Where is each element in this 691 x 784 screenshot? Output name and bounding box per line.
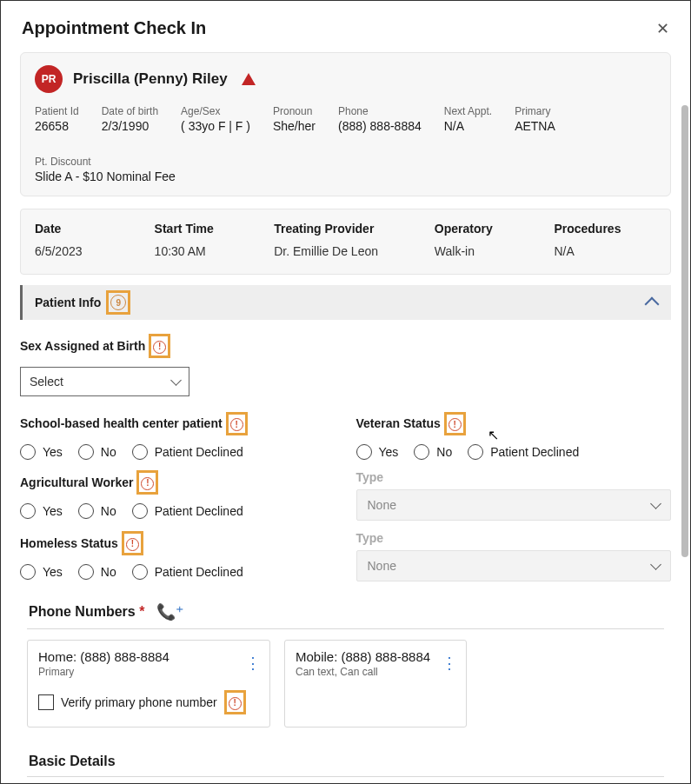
warning-triangle-icon [242,73,256,85]
kebab-menu-icon[interactable]: ⋮ [442,661,457,666]
type-select-disabled: None [356,550,672,581]
label: Pt. Discount [35,156,176,168]
radio-yes[interactable]: Yes [20,503,63,519]
chevron-down-icon [650,498,661,509]
value: Slide A - $10 Nominal Fee [35,169,176,183]
radio-no[interactable]: No [78,503,116,519]
radio-declined[interactable]: Patient Declined [132,444,243,460]
label: Start Time [155,222,257,236]
radio-yes[interactable]: Yes [20,444,63,460]
add-phone-icon[interactable]: 📞⁺ [156,602,184,621]
home-phone-card: Home: (888) 888-8884 Primary ⋮ Verify pr… [27,640,270,728]
form-content: Sex Assigned at Birth ! Select School-ba… [1,320,690,784]
value: 26658 [35,119,79,133]
alert-icon: ! [229,697,242,710]
veteran-status-label: Veteran Status ! [356,412,672,436]
radio-yes[interactable]: Yes [20,564,63,580]
homeless-status-label: Homeless Status ! [20,531,336,555]
value: AETNA [515,119,555,133]
dialog-header: Appointment Check In ✕ [1,1,690,52]
label: Pronoun [273,105,316,117]
patient-info-accordion[interactable]: Patient Info 9 [20,285,671,320]
type-label: Type [356,470,672,484]
mobile-phone-card: Mobile: (888) 888-8884 Can text, Can cal… [284,640,467,728]
mouse-cursor-icon: ↖ [488,427,499,443]
value: ( 33yo F | F ) [181,119,250,133]
alert-icon: ! [126,538,139,551]
label: Age/Sex [181,105,250,117]
phone-number: Mobile: (888) 888-8884 [296,649,455,664]
sex-assigned-select[interactable]: Select [20,367,189,396]
radio-declined[interactable]: Patient Declined [132,564,243,580]
label: Patient Id [35,105,79,117]
label: Date of birth [102,105,158,117]
value: N/A [444,119,492,133]
radio-no[interactable]: No [78,444,116,460]
radio-declined[interactable]: Patient Declined [468,444,579,460]
basic-details-heading: Basic Details [29,754,116,769]
radio-declined[interactable]: Patient Declined [132,503,243,519]
phone-number: Home: (888) 888-8884 [38,649,259,664]
sex-assigned-label: Sex Assigned at Birth ! [20,334,671,358]
scrollbar[interactable] [681,105,688,557]
phone-sub: Can text, Can call [296,666,455,678]
value: N/A [554,244,656,258]
type-label: Type [356,531,672,545]
label: Procedures [554,222,656,236]
value: 6/5/2023 [35,244,137,258]
verify-checkbox[interactable] [38,694,54,710]
alert-count-badge: 9 [110,295,126,310]
radio-yes[interactable]: Yes [356,444,399,460]
label: Date [35,222,137,236]
accordion-title: Patient Info [35,296,101,309]
dialog-title: Appointment Check In [22,18,206,38]
chevron-down-icon [650,559,661,570]
agricultural-worker-label: Agricultural Worker ! [20,470,336,495]
value: Dr. Emillie De Leon [274,244,417,258]
chevron-down-icon [170,375,182,386]
value: She/her [273,119,316,133]
close-icon[interactable]: ✕ [656,19,669,38]
school-based-label: School-based health center patient ! [20,412,336,436]
patient-summary-card: PR Priscilla (Penny) Riley Patient Id266… [20,52,671,196]
divider [27,776,664,777]
label: Treating Provider [274,222,417,236]
label: Next Appt. [444,105,492,117]
label: Primary [515,105,555,117]
value: (888) 888-8884 [338,119,422,133]
divider [27,628,664,629]
verify-label: Verify primary phone number [61,695,217,709]
alert-icon: ! [230,418,243,431]
alert-icon: ! [153,341,166,354]
value: 2/3/1990 [102,119,158,133]
alert-icon: ! [448,418,462,431]
phone-numbers-heading: Phone Numbers * [29,604,144,620]
appointment-row: Date6/5/2023 Start Time10:30 AM Treating… [20,209,671,275]
value: 10:30 AM [155,244,257,258]
avatar: PR [35,65,63,93]
radio-no[interactable]: No [78,564,116,580]
alert-icon: ! [141,477,154,490]
radio-no[interactable]: No [414,444,452,460]
value: Walk-in [435,244,537,258]
label: Operatory [435,222,537,236]
type-select-disabled: None [356,489,672,521]
patient-name: Priscilla (Penny) Riley [73,70,228,88]
phone-sub: Primary [38,666,259,678]
kebab-menu-icon[interactable]: ⋮ [245,661,261,666]
label: Phone [338,105,422,117]
chevron-up-icon [645,297,660,312]
